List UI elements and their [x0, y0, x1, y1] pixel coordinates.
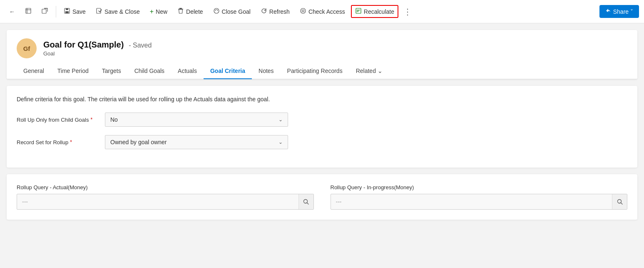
rollup-section: Rollup Query - Actual(Money) --- Rollup … — [7, 174, 637, 220]
svg-rect-3 — [42, 9, 46, 13]
roll-up-label: Roll Up Only from Child Goals * — [17, 117, 100, 123]
rollup-actual-field: Rollup Query - Actual(Money) --- — [17, 184, 314, 210]
svg-line-20 — [621, 203, 622, 205]
svg-rect-6 — [65, 11, 69, 13]
svg-rect-0 — [26, 8, 31, 13]
save-close-button[interactable]: Save & Close — [92, 5, 144, 18]
popup-button[interactable] — [37, 5, 52, 18]
tab-notes[interactable]: Notes — [252, 63, 281, 79]
related-chevron-icon: ⌄ — [378, 68, 383, 74]
back-button[interactable]: ← — [5, 6, 19, 18]
record-header: Gf Goal for Q1(Sample) - Saved Goal — [7, 30, 637, 58]
tab-participating-records[interactable]: Participating Records — [281, 63, 349, 79]
save-label: Save — [72, 8, 86, 15]
back-icon: ← — [9, 8, 15, 15]
record-set-required: * — [70, 139, 72, 145]
save-close-icon — [96, 8, 102, 15]
share-button[interactable]: Share ˅ — [599, 5, 639, 18]
refresh-button[interactable]: Refresh — [256, 5, 294, 18]
record-set-select[interactable]: Owned by goal owner ⌄ — [105, 135, 288, 149]
save-icon — [64, 8, 70, 15]
roll-up-select[interactable]: No ⌄ — [105, 113, 288, 127]
check-access-label: Check Access — [308, 8, 345, 15]
tab-actuals[interactable]: Actuals — [171, 63, 204, 79]
form-view-icon — [25, 8, 32, 15]
toolbar: ← Save — [0, 0, 644, 23]
save-button[interactable]: Save — [60, 5, 90, 18]
svg-rect-8 — [179, 8, 182, 9]
rollup-actual-input-row: --- — [17, 194, 314, 210]
tab-related-label: Related — [356, 68, 376, 74]
new-icon: + — [150, 8, 154, 15]
delete-label: Delete — [186, 8, 203, 15]
popup-icon — [42, 8, 48, 15]
recalculate-icon — [355, 8, 362, 15]
roll-up-required: * — [90, 117, 92, 123]
record-set-chevron-icon: ⌄ — [278, 139, 283, 145]
recalculate-label: Recalculate — [364, 8, 394, 15]
tab-bar: General Time Period Targets Child Goals … — [7, 63, 637, 79]
rollup-inprogress-search-button[interactable] — [612, 194, 627, 209]
roll-up-value: No — [110, 116, 118, 123]
new-button[interactable]: + New — [146, 5, 172, 18]
share-label: Share ˅ — [613, 8, 633, 15]
form-view-button[interactable] — [21, 5, 36, 18]
close-goal-icon — [213, 8, 220, 15]
record-saved-label: - Saved — [129, 42, 152, 49]
separator-1 — [56, 6, 56, 18]
svg-rect-9 — [178, 9, 183, 10]
more-options-button[interactable]: ⋮ — [400, 5, 415, 18]
check-access-button[interactable]: Check Access — [296, 5, 349, 18]
record-card: Gf Goal for Q1(Sample) - Saved Goal Gene… — [7, 30, 637, 79]
svg-line-18 — [307, 203, 309, 205]
rollup-actual-search-button[interactable] — [298, 194, 313, 209]
tab-child-goals[interactable]: Child Goals — [128, 63, 171, 79]
record-type: Goal — [43, 50, 152, 57]
record-title: Goal for Q1(Sample) — [43, 40, 124, 49]
svg-point-11 — [301, 8, 306, 13]
rollup-inprogress-value: --- — [331, 195, 612, 208]
share-icon — [605, 8, 611, 15]
tab-time-period[interactable]: Time Period — [51, 63, 95, 79]
close-goal-label: Close Goal — [222, 8, 251, 15]
recalculate-button[interactable]: Recalculate — [351, 5, 398, 18]
rollup-inprogress-label: Rollup Query - In-progress(Money) — [331, 184, 628, 190]
rollup-inprogress-field: Rollup Query - In-progress(Money) --- — [331, 184, 628, 210]
delete-button[interactable]: Delete — [173, 5, 207, 18]
record-set-row: Record Set for Rollup * Owned by goal ow… — [17, 135, 627, 149]
roll-up-chevron-icon: ⌄ — [278, 117, 283, 123]
svg-rect-5 — [66, 8, 68, 10]
goal-criteria-section: Define criteria for this goal. The crite… — [7, 86, 637, 168]
roll-up-row: Roll Up Only from Child Goals * No ⌄ — [17, 113, 627, 127]
record-set-label: Record Set for Rollup * — [17, 139, 100, 145]
new-label: New — [156, 8, 167, 15]
tab-related[interactable]: Related ⌄ — [349, 63, 389, 79]
delete-icon — [177, 8, 184, 15]
check-access-icon — [300, 8, 306, 15]
refresh-label: Refresh — [269, 8, 290, 15]
tab-general[interactable]: General — [17, 63, 51, 79]
record-set-value: Owned by goal owner — [110, 139, 167, 145]
svg-point-12 — [302, 10, 304, 12]
tab-goal-criteria[interactable]: Goal Criteria — [204, 63, 252, 79]
rollup-inprogress-input-row: --- — [331, 194, 628, 210]
save-close-label: Save & Close — [104, 8, 140, 15]
criteria-description: Define criteria for this goal. The crite… — [17, 96, 627, 103]
svg-point-10 — [214, 8, 219, 13]
record-title-line: Goal for Q1(Sample) - Saved — [43, 40, 152, 50]
avatar: Gf — [17, 38, 37, 58]
tab-targets[interactable]: Targets — [95, 63, 128, 79]
rollup-actual-label: Rollup Query - Actual(Money) — [17, 184, 314, 190]
refresh-icon — [261, 8, 267, 15]
record-title-group: Goal for Q1(Sample) - Saved Goal — [43, 40, 152, 57]
close-goal-button[interactable]: Close Goal — [209, 5, 255, 18]
rollup-actual-value: --- — [17, 195, 298, 208]
